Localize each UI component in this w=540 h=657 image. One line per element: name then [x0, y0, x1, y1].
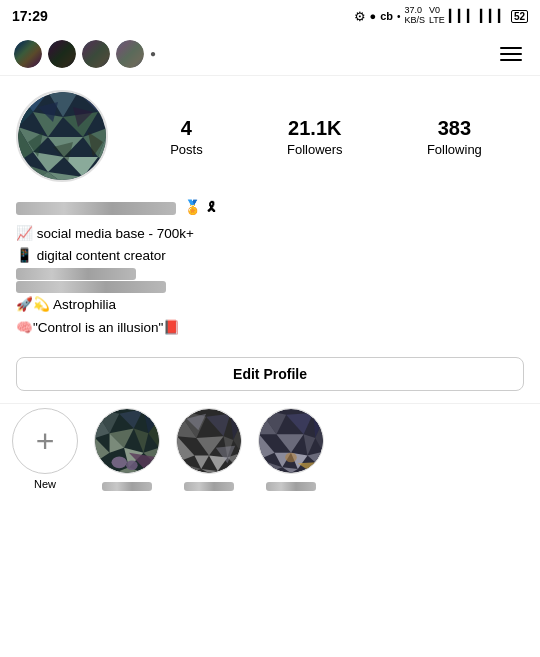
profile-section: 4 Posts 21.1K Followers 383 Following [0, 76, 540, 192]
new-highlight-item[interactable]: + New [12, 408, 78, 490]
following-stat[interactable]: 383 Following [427, 116, 482, 157]
status-bar: 17:29 ⚙ ● cb • 37.0KB/S V0LTE ▎▎▎ ▎▎▎ 52 [0, 0, 540, 32]
plus-icon: + [36, 425, 55, 457]
signal-icon-2: ▎▎▎ [480, 9, 507, 23]
bio-line-1: 📈 social media base - 700k+ [16, 223, 524, 245]
followers-stat[interactable]: 21.1K Followers [287, 116, 343, 157]
svg-marker-41 [143, 467, 159, 473]
story-highlights: + New [0, 404, 540, 495]
wifi-icon: ● [370, 10, 377, 22]
bio-line-6: 🧠"Control is an illusion"📕 [16, 317, 524, 339]
nav-avatar-1[interactable] [14, 40, 42, 68]
following-count: 383 [438, 116, 471, 140]
settings-icon[interactable]: ⚙ [354, 9, 366, 24]
bio-text-1: 📈 social media base - 700k+ [16, 223, 194, 245]
signal-icon-1: ▎▎▎ [449, 9, 476, 23]
followers-label: Followers [287, 142, 343, 157]
svg-marker-78 [312, 465, 323, 473]
nav-dot: ● [150, 48, 156, 59]
hamburger-line-1 [500, 47, 522, 49]
new-highlight-circle[interactable]: + [12, 408, 78, 474]
highlight-item-1[interactable] [94, 408, 160, 491]
new-highlight-label: New [34, 478, 56, 490]
nav-avatar-4[interactable] [116, 40, 144, 68]
top-navigation: ● [0, 32, 540, 76]
followers-count: 21.1K [288, 116, 341, 140]
bio-line-4 [16, 281, 524, 293]
bio-line-2: 📱 digital content creator [16, 245, 524, 267]
svg-point-79 [285, 453, 297, 463]
highlight-circle-3[interactable] [258, 408, 324, 474]
bio-text-5: 🚀💫 Astrophilia [16, 294, 116, 316]
profile-stats: 4 Posts 21.1K Followers 383 Following [128, 116, 524, 157]
profile-username: 🏅 🎗 [16, 196, 524, 219]
posts-count: 4 [181, 116, 192, 140]
bio-section: 🏅 🎗 📈 social media base - 700k+ 📱 digita… [0, 192, 540, 349]
status-time: 17:29 [12, 8, 48, 24]
svg-point-43 [111, 457, 127, 469]
edit-profile-button[interactable]: Edit Profile [16, 357, 524, 391]
posts-label: Posts [170, 142, 203, 157]
menu-button[interactable] [496, 43, 526, 65]
bio-text-6: 🧠"Control is an illusion"📕 [16, 317, 180, 339]
bio-line-5: 🚀💫 Astrophilia [16, 294, 524, 316]
highlight-circle-2[interactable] [176, 408, 242, 474]
hamburger-line-2 [500, 53, 522, 55]
bio-text-2: 📱 digital content creator [16, 245, 166, 267]
nav-avatar-2[interactable] [48, 40, 76, 68]
posts-stat[interactable]: 4 Posts [170, 116, 203, 157]
status-right-icons: ⚙ ● cb • 37.0KB/S V0LTE ▎▎▎ ▎▎▎ 52 [354, 6, 529, 26]
svg-point-44 [126, 461, 138, 471]
profile-avatar[interactable] [16, 90, 108, 182]
dot-icon: • [397, 11, 401, 22]
nav-avatar-3[interactable] [82, 40, 110, 68]
nav-avatar-strip: ● [14, 40, 156, 68]
highlight-item-2[interactable] [176, 408, 242, 491]
bio-line-3 [16, 268, 524, 280]
highlight-circle-1[interactable] [94, 408, 160, 474]
following-label: Following [427, 142, 482, 157]
voice-icon: V0LTE [429, 6, 445, 26]
data-speed: 37.0KB/S [405, 6, 426, 26]
highlight-item-3[interactable] [258, 408, 324, 491]
battery-icon: 52 [511, 10, 528, 23]
app-icon-cb: cb [380, 10, 393, 22]
hamburger-line-3 [500, 59, 522, 61]
